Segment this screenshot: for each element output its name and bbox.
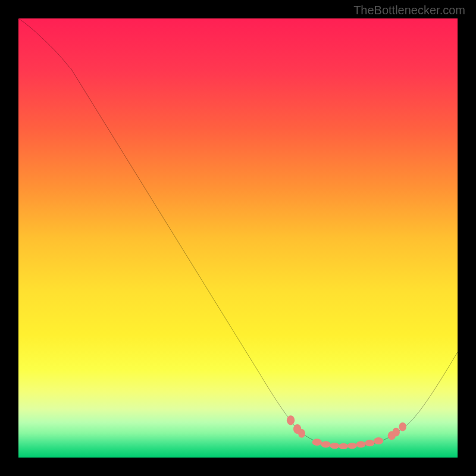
svg-point-5 bbox=[321, 441, 330, 447]
svg-point-11 bbox=[374, 437, 383, 444]
svg-point-9 bbox=[356, 441, 366, 447]
highlight-dots-group bbox=[287, 415, 406, 449]
svg-point-13 bbox=[392, 428, 400, 437]
svg-point-8 bbox=[347, 443, 357, 449]
bottleneck-curve bbox=[18, 18, 458, 458]
watermark-text: TheBottlenecker.com bbox=[353, 4, 465, 17]
svg-point-10 bbox=[365, 440, 374, 446]
chart-area bbox=[18, 18, 458, 458]
svg-point-1 bbox=[287, 415, 295, 425]
svg-point-14 bbox=[399, 422, 406, 431]
svg-point-3 bbox=[298, 429, 305, 438]
svg-point-6 bbox=[330, 443, 339, 449]
svg-point-7 bbox=[339, 443, 348, 449]
curve-line bbox=[18, 18, 458, 446]
svg-point-4 bbox=[312, 439, 322, 446]
